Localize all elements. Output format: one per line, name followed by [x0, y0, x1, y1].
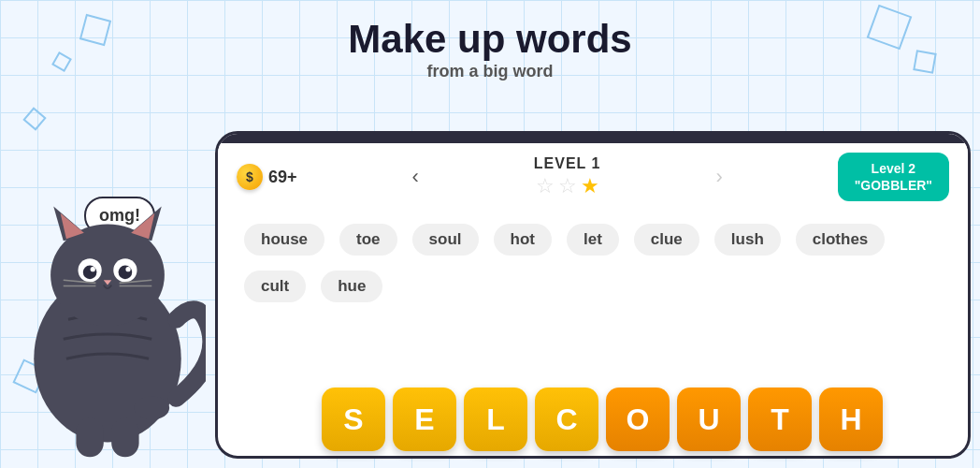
nav-left-arrow[interactable]: ‹ — [408, 160, 424, 194]
svg-point-10 — [91, 267, 95, 271]
svg-point-9 — [119, 266, 133, 280]
word-soul[interactable]: soul — [412, 224, 479, 256]
next-level-line2: "GOBBLER" — [855, 177, 932, 194]
svg-point-19 — [134, 396, 169, 419]
cat-container: omg! — [0, 112, 215, 468]
nav-right-arrow[interactable]: › — [711, 160, 727, 194]
tile-S[interactable]: S — [322, 388, 385, 451]
tile-T[interactable]: T — [748, 388, 812, 451]
svg-rect-17 — [76, 417, 103, 457]
level-area: LEVEL 1 ☆ ☆ ★ — [534, 155, 601, 198]
word-toe[interactable]: toe — [339, 224, 397, 256]
star-2: ☆ — [558, 174, 577, 198]
next-level-button[interactable]: Level 2 "GOBBLER" — [838, 153, 949, 201]
tile-E[interactable]: E — [393, 388, 456, 451]
svg-point-11 — [125, 267, 130, 271]
tile-C[interactable]: C — [535, 388, 598, 451]
words-area: house toe soul hot let clue lush clothes… — [218, 211, 968, 315]
word-house[interactable]: house — [244, 224, 324, 256]
coins-display: $ 69+ — [237, 164, 297, 190]
tile-H[interactable]: H — [819, 388, 883, 451]
cat-svg — [9, 122, 206, 468]
stars-row: ☆ ☆ ★ — [534, 174, 601, 198]
star-3: ★ — [581, 174, 599, 198]
coins-amount: 69+ — [268, 168, 297, 187]
coin-icon: $ — [237, 164, 263, 190]
word-hot[interactable]: hot — [494, 224, 552, 256]
level-label: LEVEL 1 — [534, 155, 601, 172]
word-clue[interactable]: clue — [634, 224, 699, 256]
title-area: Make up words from a big word — [0, 17, 980, 81]
main-title: Make up words — [0, 17, 980, 62]
svg-point-8 — [83, 266, 97, 280]
word-cult[interactable]: cult — [244, 271, 306, 302]
star-1: ☆ — [536, 174, 555, 198]
word-hue[interactable]: hue — [321, 271, 382, 302]
tile-L[interactable]: L — [464, 388, 527, 451]
word-lush[interactable]: lush — [714, 224, 781, 256]
next-level-line1: Level 2 — [855, 160, 932, 177]
panel-header: $ 69+ ‹ LEVEL 1 ☆ ☆ ★ › Level 2 "GOBBLER… — [218, 143, 968, 211]
tiles-area: S E L C O U T H — [322, 388, 883, 451]
tile-U[interactable]: U — [677, 388, 741, 451]
word-let[interactable]: let — [567, 224, 619, 256]
sub-title: from a big word — [0, 62, 980, 81]
svg-rect-18 — [111, 417, 138, 457]
tile-O[interactable]: O — [606, 388, 670, 451]
word-clothes[interactable]: clothes — [796, 224, 886, 256]
panel-topbar — [218, 134, 968, 143]
